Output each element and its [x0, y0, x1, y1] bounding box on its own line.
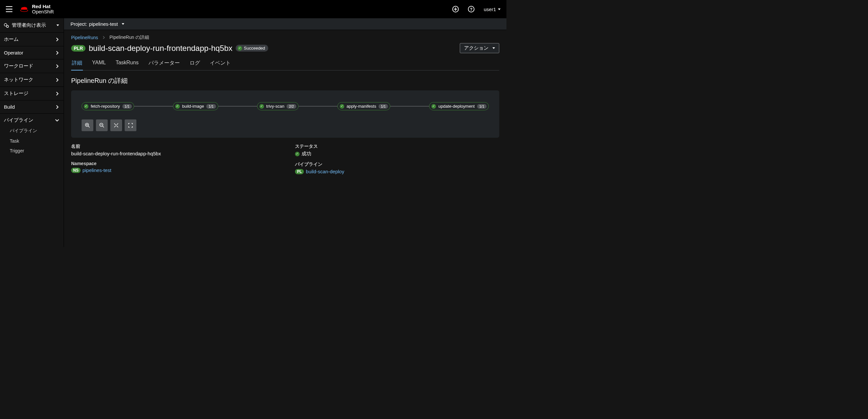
field-status: ステータス 成功 [295, 144, 499, 157]
check-circle-icon [175, 104, 180, 109]
nav-home[interactable]: ホーム [0, 33, 64, 46]
nav-label: Build [4, 104, 15, 110]
field-value: build-scan-deploy-run-frontendapp-hq5bx [71, 151, 275, 156]
namespace-link[interactable]: pipelines-test [83, 168, 111, 173]
svg-point-6 [6, 25, 8, 27]
nav-operator[interactable]: Operator [0, 46, 64, 59]
zoom-in-button[interactable] [82, 119, 93, 131]
nav-label: Operator [4, 50, 23, 56]
section-title: PipelineRun の詳細 [71, 77, 499, 85]
task-node-fetch-repository[interactable]: fetch-repository 1/1 [82, 102, 134, 110]
task-count: 1/1 [477, 104, 487, 109]
task-name: build-image [182, 104, 204, 109]
project-name: pipelines-test [89, 21, 118, 27]
fit-button[interactable] [110, 119, 122, 131]
user-menu[interactable]: user1 [484, 6, 501, 12]
breadcrumb-current: PipelineRun の詳細 [110, 35, 149, 40]
actions-menu[interactable]: アクション [460, 43, 499, 53]
brand-line2: OpenShift [32, 9, 54, 15]
caret-down-icon [492, 47, 495, 49]
details-grid: 名前 build-scan-deploy-run-frontendapp-hq5… [71, 144, 499, 179]
breadcrumb: PipelineRuns PipelineRun の詳細 [71, 35, 499, 40]
check-circle-icon [84, 104, 88, 109]
perspective-label: 管理者向け表示 [12, 22, 46, 28]
field-label: ステータス [295, 144, 499, 149]
reset-button[interactable] [125, 119, 136, 131]
nav-sub-pipeline[interactable]: パイプライン [0, 127, 64, 136]
task-name: apply-manifests [346, 104, 376, 109]
field-label: 名前 [71, 144, 275, 149]
nav-build[interactable]: Build [0, 100, 64, 114]
tab-taskruns[interactable]: TaskRuns [115, 57, 139, 70]
redhat-icon [20, 6, 29, 12]
topbar: Red Hat OpenShift ? user1 [0, 0, 506, 18]
nav-label: ワークロード [4, 63, 33, 69]
status-text: Succeeded [244, 46, 265, 51]
nav-sub-trigger[interactable]: Trigger [0, 146, 64, 156]
task-count: 2/2 [286, 104, 296, 109]
project-prefix: Project: [70, 21, 87, 27]
hamburger-menu[interactable] [4, 4, 14, 14]
perspective-switcher[interactable]: 管理者向け表示 [0, 18, 64, 33]
tab-logs[interactable]: ログ [189, 57, 201, 70]
nav-pipelines[interactable]: パイプライン [0, 114, 64, 127]
tab-yaml[interactable]: YAML [91, 57, 106, 70]
brand-logo[interactable]: Red Hat OpenShift [20, 4, 54, 15]
nav-networking[interactable]: ネットワーク [0, 73, 64, 87]
chevron-right-icon [56, 92, 59, 96]
breadcrumb-root[interactable]: PipelineRuns [71, 35, 98, 40]
topbar-left: Red Hat OpenShift [4, 4, 54, 15]
tab-events[interactable]: イベント [209, 57, 231, 70]
chevron-right-icon [56, 78, 59, 82]
caret-down-icon [122, 23, 124, 25]
zoom-in-icon [85, 123, 90, 128]
tab-details[interactable]: 詳細 [71, 57, 83, 70]
task-count: 1/1 [378, 104, 388, 109]
field-label: パイプライン [295, 161, 499, 168]
help-button[interactable]: ? [468, 6, 474, 12]
check-circle-icon [431, 104, 436, 109]
topbar-right: ? user1 [452, 6, 501, 12]
connector [390, 106, 429, 107]
resource-badge: PLR [71, 45, 86, 52]
help-icon: ? [468, 6, 474, 12]
check-circle-icon [238, 46, 242, 51]
check-circle-icon [295, 152, 300, 156]
task-node-update-deployment[interactable]: update-deployment 1/1 [429, 102, 489, 110]
tabs: 詳細 YAML TaskRuns パラメーター ログ イベント [71, 57, 499, 70]
tab-parameters[interactable]: パラメーター [148, 57, 181, 70]
chevron-right-icon [56, 105, 59, 109]
hamburger-icon [6, 6, 12, 12]
project-selector[interactable]: Project: pipelines-test [64, 18, 506, 30]
nav-label: パイプライン [4, 117, 33, 123]
task-node-apply-manifests[interactable]: apply-manifests 1/1 [337, 102, 390, 110]
zoom-out-icon [99, 123, 104, 128]
namespace-badge: NS [71, 168, 81, 173]
gear-icon [4, 23, 9, 28]
chevron-right-icon [56, 37, 59, 41]
zoom-out-button[interactable] [96, 119, 108, 131]
task-node-trivy-scan[interactable]: trivy-scan 2/2 [257, 102, 299, 110]
chevron-right-icon [103, 36, 105, 39]
main-content: Project: pipelines-test PipelineRuns Pip… [64, 18, 506, 247]
pipeline-link[interactable]: build-scan-deploy [306, 169, 344, 174]
sidebar: 管理者向け表示 ホーム Operator ワークロード ネットワーク ストレージ… [0, 18, 64, 247]
svg-text:?: ? [470, 7, 472, 12]
field-namespace: Namespace NS pipelines-test [71, 161, 275, 173]
field-name: 名前 build-scan-deploy-run-frontendapp-hq5… [71, 144, 275, 156]
title-row: PLR build-scan-deploy-run-frontendapp-hq… [71, 43, 499, 53]
nav-workloads[interactable]: ワークロード [0, 59, 64, 73]
pipeline-badge: PL [295, 169, 304, 174]
nav-storage[interactable]: ストレージ [0, 87, 64, 100]
task-count: 1/1 [122, 104, 132, 109]
task-node-build-image[interactable]: build-image 1/1 [173, 102, 218, 110]
chevron-right-icon [56, 51, 59, 55]
connector [218, 106, 257, 107]
chevron-right-icon [56, 64, 59, 68]
create-button[interactable] [452, 6, 459, 12]
status-value: 成功 [302, 151, 311, 157]
nav-label: ネットワーク [4, 77, 33, 83]
chevron-down-icon [55, 119, 59, 122]
nav-sub-task[interactable]: Task [0, 136, 64, 146]
username: user1 [484, 6, 496, 12]
